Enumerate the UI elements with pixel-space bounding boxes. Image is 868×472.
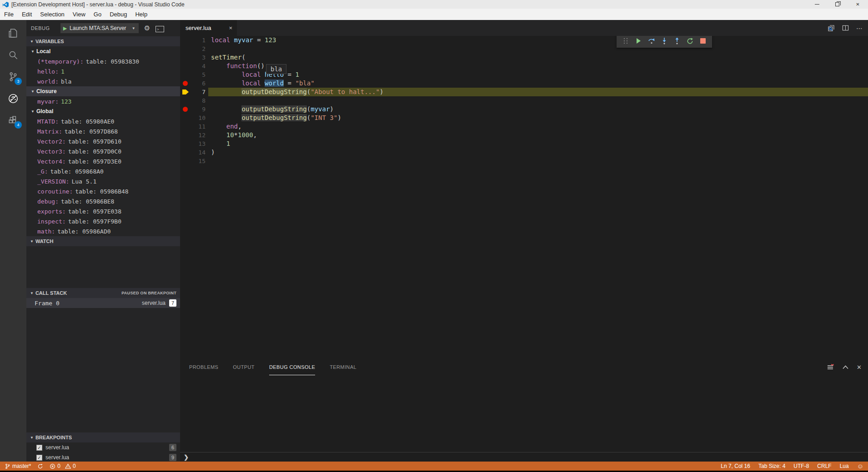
stop-icon[interactable] [698,36,708,46]
step-into-icon[interactable] [659,36,669,46]
callstack-section-header[interactable]: ▼ CALL STACK PAUSED ON BREAKPOINT [26,288,180,298]
maximize-panel-icon[interactable] [843,365,848,369]
menu-file[interactable]: File [0,9,18,20]
code-line-7[interactable]: 7 outputDebugString("About to halt...") [180,88,868,96]
code-line-13[interactable]: 13 1 [180,139,868,148]
panel-tab-terminal[interactable]: TERMINAL [330,359,356,375]
menu-edit[interactable]: Edit [18,9,36,20]
variable-row[interactable]: _G:table: 059868A0 [26,166,180,176]
menu-go[interactable]: Go [90,9,105,20]
launch-config-dropdown[interactable]: ▶ Launch MTA:SA Server ▼ [60,23,139,33]
variable-row[interactable]: world:bla [26,76,180,86]
variable-row[interactable]: myvar:123 [26,96,180,106]
configure-gear-icon[interactable]: ⚙ [144,24,150,32]
git-branch-item[interactable]: master* [5,463,31,469]
breakpoint-row[interactable]: ✓server.lua6 [26,442,180,452]
code-line-8[interactable]: 8 [180,96,868,105]
menu-view[interactable]: View [69,9,90,20]
watch-section-header[interactable]: ▼ WATCH [26,236,180,246]
breakpoint-icon[interactable] [183,81,188,86]
code-line-3[interactable]: 3setTimer( [180,53,868,62]
variable-row[interactable]: Vector4:table: 0597D3E0 [26,156,180,166]
code-line-10[interactable]: 10 outputDebugString("INT 3") [180,114,868,122]
toolbar-drag-handle[interactable] [621,36,631,46]
code-line-15[interactable]: 15 [180,157,868,165]
sidebar-title: DEBUG [31,25,50,31]
code-line-1[interactable]: 1local myvar = 123 [180,36,868,45]
sync-item[interactable] [37,463,43,469]
extensions-icon[interactable]: 4 [0,109,26,131]
search-icon[interactable] [0,44,26,66]
variables-section-header[interactable]: ▼ VARIABLES [26,36,180,46]
code-line-12[interactable]: 12 10*1000, [180,131,868,139]
restart-icon[interactable] [685,36,695,46]
code-line-11[interactable]: 11 end, [180,122,868,131]
breakpoint-row[interactable]: ✓server.lua9 [26,452,180,462]
line-number: 3 [192,53,206,62]
code-line-9[interactable]: 9 outputDebugString(myvar) [180,105,868,114]
open-preview-icon[interactable] [828,25,835,32]
variable-row[interactable]: inspect:table: 0597F9B0 [26,216,180,226]
tab-server-lua[interactable]: server.lua × [180,20,237,36]
variable-row[interactable]: Vector3:table: 0597D0C0 [26,146,180,156]
open-debug-console-icon[interactable]: > [156,24,164,33]
close-panel-icon[interactable]: ✕ [857,364,862,371]
variable-row[interactable]: _VERSION:Lua 5.1 [26,176,180,186]
scope-global[interactable]: ▼Global [26,106,180,116]
indentation[interactable]: Tab Size: 4 [758,463,785,469]
scope-local[interactable]: ▼Local [26,46,180,56]
variable-row[interactable]: Vector2:table: 0597D610 [26,136,180,146]
close-button[interactable]: ✕ [848,0,868,9]
panel-tab-output[interactable]: OUTPUT [233,359,255,375]
vscode-logo-icon [2,1,9,8]
panel-tab-problems[interactable]: PROBLEMS [189,359,218,375]
code-line-2[interactable]: 2 [180,45,868,53]
debug-console-input[interactable]: ❯ [180,452,868,462]
problems-item[interactable]: 0 0 [50,463,75,469]
extensions-badge: 4 [15,121,22,129]
tab-close-icon[interactable]: × [229,25,232,31]
continue-icon[interactable] [633,36,643,46]
debug-console-output[interactable] [180,375,868,452]
variable-row[interactable]: coroutine:table: 05986B48 [26,186,180,196]
split-editor-icon[interactable] [842,25,849,31]
callstack-frame-row[interactable]: Frame 0 server.lua 7 [26,298,180,308]
pause-reason-label: PAUSED ON BREAKPOINT [121,291,176,295]
breakpoint-checkbox[interactable]: ✓ [36,455,42,461]
variable-row[interactable]: debug:table: 05986BE8 [26,196,180,206]
clear-console-icon[interactable] [827,364,834,370]
start-debug-icon[interactable]: ▶ [61,25,70,31]
minimize-button[interactable] [807,0,827,9]
variable-row[interactable]: MTATD:table: 05980AE0 [26,116,180,126]
breakpoint-checkbox[interactable]: ✓ [36,445,42,451]
eol-sequence[interactable]: CRLF [817,463,831,469]
step-out-icon[interactable] [672,36,682,46]
code-line-14[interactable]: 14) [180,148,868,157]
menu-selection[interactable]: Selection [36,9,68,20]
cursor-position[interactable]: Ln 7, Col 16 [721,463,750,469]
line-number: 5 [192,70,206,79]
feedback-smiley-icon[interactable]: ☺ [857,462,863,470]
source-control-icon[interactable]: 3 [0,66,26,88]
more-actions-icon[interactable]: ⋯ [856,25,863,32]
code-editor[interactable]: 1local myvar = 12323setTimer(4 function(… [180,36,868,359]
menu-help[interactable]: Help [131,9,151,20]
variable-row[interactable]: math:table: 05986AD0 [26,226,180,236]
code-line-6[interactable]: 6 local world = "bla" [180,79,868,88]
breakpoint-icon[interactable] [183,107,188,112]
breakpoints-section-header[interactable]: ▼ BREAKPOINTS [26,432,180,442]
variable-row[interactable]: Matrix:table: 0597D868 [26,126,180,136]
language-mode[interactable]: Lua [840,463,849,469]
variable-row[interactable]: (*temporary):table: 05983830 [26,56,180,66]
explorer-icon[interactable] [0,22,26,44]
debug-icon[interactable] [0,88,26,109]
variable-row[interactable]: exports:table: 0597E038 [26,206,180,216]
scope-closure[interactable]: ▼Closure [26,86,180,96]
variable-row[interactable]: hello:1 [26,66,180,76]
menubar: FileEditSelectionViewGoDebugHelp [0,9,868,20]
panel-tab-debug-console[interactable]: DEBUG CONSOLE [269,359,315,375]
step-over-icon[interactable] [647,36,657,46]
encoding[interactable]: UTF-8 [793,463,809,469]
menu-debug[interactable]: Debug [105,9,131,20]
restore-button[interactable] [827,0,848,9]
